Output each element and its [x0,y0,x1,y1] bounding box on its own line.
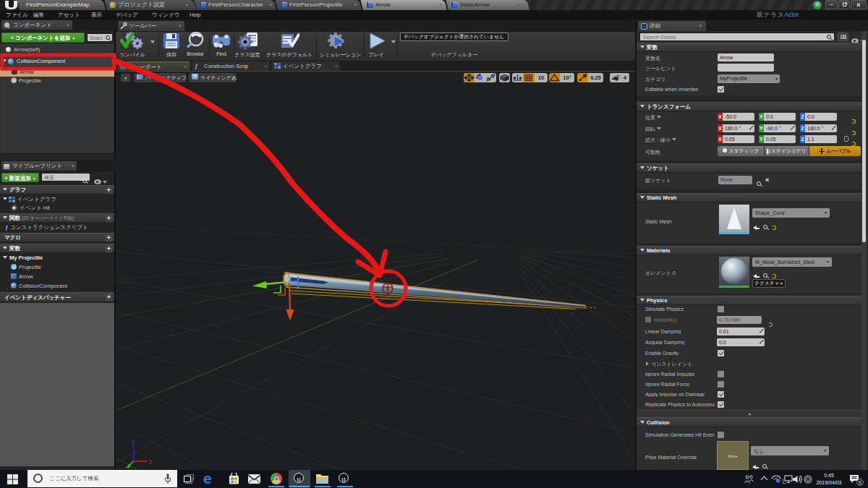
svg-text:X: X [149,459,153,464]
svg-text:Z: Z [132,440,135,445]
